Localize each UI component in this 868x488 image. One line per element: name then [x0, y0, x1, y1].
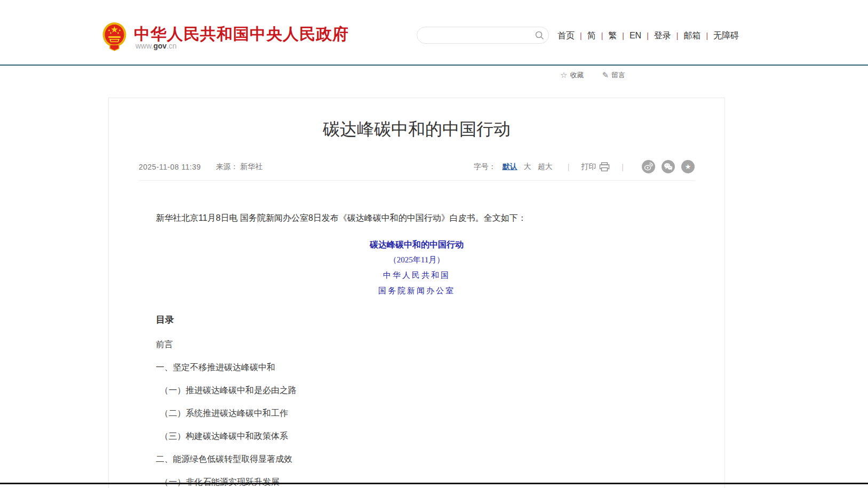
toc: 前言 一、坚定不移推进碳达峰碳中和 （一）推进碳达峰碳中和是必由之路 （二）系统… — [156, 340, 695, 486]
toc-item-section1-2[interactable]: （二）系统推进碳达峰碳中和工作 — [156, 409, 695, 418]
nav-divider: | — [601, 31, 603, 40]
font-size-default[interactable]: 默认 — [503, 162, 517, 172]
nav-item-home[interactable]: 首页 — [558, 30, 575, 42]
toc-title: 目录 — [156, 314, 695, 326]
site-header: 中华人民共和国中央人民政府 www.gov.cn 首页| 简| 繁| EN| 登… — [0, 0, 868, 65]
toc-item-section1-1[interactable]: （一）推进碳达峰碳中和是必由之路 — [156, 386, 695, 395]
article-title: 碳达峰碳中和的中国行动 — [139, 118, 695, 141]
national-emblem-logo[interactable] — [102, 21, 127, 51]
document-title: 碳达峰碳中和的中国行动 — [139, 237, 695, 252]
article-meta-row: 2025-11-08 11:39 来源： 新华社 字号： 默认 大 超大 | 打… — [139, 160, 695, 181]
toc-item-preface[interactable]: 前言 — [156, 340, 695, 349]
favorite-button[interactable]: ☆ 收藏 — [560, 70, 584, 80]
meta-right: 字号： 默认 大 超大 | 打印 | — [474, 160, 695, 173]
toc-item-section2[interactable]: 二、能源绿色低碳转型取得显著成效 — [156, 455, 695, 463]
document-org-line1: 中华人民共和国 — [139, 268, 695, 283]
document-heading: 碳达峰碳中和的中国行动 （2025年11月） 中华人民共和国 国务院新闻办公室 — [139, 237, 695, 299]
nav-divider: | — [580, 31, 582, 40]
share-wechat-button[interactable] — [662, 160, 675, 173]
print-label: 打印 — [581, 162, 596, 172]
search-button[interactable] — [530, 27, 548, 43]
comment-label: 留言 — [611, 70, 625, 80]
font-size-large[interactable]: 大 — [524, 162, 531, 172]
meta-left: 2025-11-08 11:39 来源： 新华社 — [139, 162, 262, 172]
publish-date: 2025-11-08 11:39 — [139, 163, 201, 171]
national-emblem-icon — [102, 21, 127, 51]
document-date: （2025年11月） — [139, 252, 695, 268]
search-input[interactable] — [417, 31, 530, 39]
nav-item-simplified[interactable]: 简 — [587, 30, 596, 42]
nav-divider: | — [647, 31, 649, 40]
font-size-xlarge[interactable]: 超大 — [538, 162, 553, 172]
pencil-icon: ✎ — [602, 70, 609, 80]
nav-divider: | — [622, 31, 624, 40]
print-button[interactable]: 打印 — [581, 162, 610, 172]
site-url: www.gov.cn — [136, 42, 177, 50]
nav-divider: | — [676, 31, 679, 40]
favorite-label: 收藏 — [570, 70, 584, 80]
nav-item-traditional[interactable]: 繁 — [608, 30, 617, 42]
search-icon — [535, 30, 544, 40]
share-weibo-button[interactable] — [642, 160, 655, 173]
meta-divider: | — [622, 163, 624, 171]
nav-item-login[interactable]: 登录 — [654, 30, 671, 42]
article-intro: 新华社北京11月8日电 国务院新闻办公室8日发布《碳达峰碳中和的中国行动》白皮书… — [139, 211, 695, 225]
share-group: ★ — [635, 160, 695, 173]
share-favorite-button[interactable]: ★ — [681, 160, 695, 173]
star-outline-icon: ☆ — [560, 70, 567, 80]
nav-item-accessibility[interactable]: 无障碍 — [713, 30, 739, 42]
star-icon: ★ — [685, 163, 691, 170]
toc-item-section2-1[interactable]: （一）非化石能源实现跃升发展 — [156, 478, 695, 486]
page: 中华人民共和国中央人民政府 www.gov.cn 首页| 简| 繁| EN| 登… — [0, 0, 868, 488]
font-size-label: 字号： — [474, 162, 496, 172]
wechat-icon — [664, 162, 673, 171]
search-box — [417, 27, 549, 44]
article-card: 碳达峰碳中和的中国行动 2025-11-08 11:39 来源： 新华社 字号：… — [108, 98, 725, 488]
nav-divider: | — [706, 31, 708, 40]
toc-item-section1[interactable]: 一、坚定不移推进碳达峰碳中和 — [156, 363, 695, 372]
nav-item-mail[interactable]: 邮箱 — [683, 30, 700, 42]
source: 来源： 新华社 — [216, 162, 262, 172]
document-org-line2: 国务院新闻办公室 — [139, 283, 695, 299]
action-strip: ☆ 收藏 ✎ 留言 — [560, 70, 643, 80]
header-divider-line — [0, 65, 868, 66]
meta-divider: | — [568, 163, 570, 171]
comment-button[interactable]: ✎ 留言 — [602, 70, 625, 80]
top-nav: 首页| 简| 繁| EN| 登录| 邮箱| 无障碍 — [558, 30, 739, 42]
toc-item-section1-3[interactable]: （三）构建碳达峰碳中和政策体系 — [156, 432, 695, 441]
printer-icon — [599, 162, 610, 172]
weibo-icon — [644, 162, 653, 171]
bottom-edge-line — [0, 483, 868, 484]
nav-item-english[interactable]: EN — [630, 31, 641, 41]
